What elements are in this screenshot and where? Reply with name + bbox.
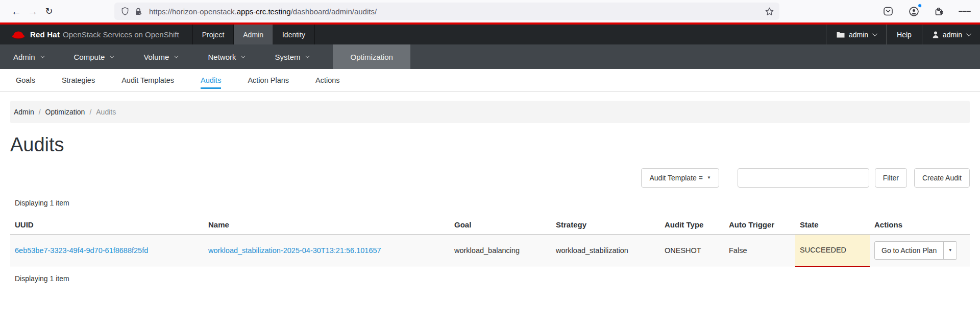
url-prefix: https://horizon-openstack. xyxy=(149,7,237,16)
subnav-actions[interactable]: Actions xyxy=(315,69,340,91)
table-row: 6eb53be7-3323-49f4-9d70-61f8688f25fd wor… xyxy=(10,235,970,266)
col-header-name: Name xyxy=(204,215,450,235)
state-badge: SUCCEEDED xyxy=(795,235,870,266)
nav-admin[interactable]: Admin xyxy=(0,44,59,69)
row-action-split-button: Go to Action Plan ▼ xyxy=(874,241,957,260)
domain-selector[interactable]: admin xyxy=(826,25,886,44)
brand-subtitle: OpenStack Services on OpenShift xyxy=(63,30,179,39)
chevron-down-icon xyxy=(175,54,179,58)
nav-network[interactable]: Network xyxy=(192,44,259,69)
pocket-icon[interactable] xyxy=(882,5,894,17)
folder-icon xyxy=(837,32,845,38)
filter-toolbar: Audit Template = ▼ Filter Create Audit xyxy=(10,168,970,188)
filter-button[interactable]: Filter xyxy=(875,168,907,188)
bookmark-star-icon[interactable] xyxy=(765,7,774,16)
col-header-uuid: UUID xyxy=(10,215,204,235)
nav-compute[interactable]: Compute xyxy=(59,44,129,69)
lock-icon[interactable] xyxy=(134,7,142,16)
menu-hamburger-icon[interactable] xyxy=(959,5,971,17)
user-menu[interactable]: admin xyxy=(922,25,980,44)
help-link[interactable]: Help xyxy=(886,25,922,44)
subnav-audit-templates[interactable]: Audit Templates xyxy=(121,69,174,91)
reload-icon[interactable]: ↻ xyxy=(41,3,57,19)
chevron-down-icon xyxy=(110,54,114,58)
nav-optimization[interactable]: Optimization xyxy=(333,44,410,69)
audit-uuid-link[interactable]: 6eb53be7-3323-49f4-9d70-61f8688f25fd xyxy=(15,246,148,255)
masthead-right: admin Help admin xyxy=(826,25,980,44)
audit-name-link[interactable]: workload_stabilization-2025-04-30T13:21:… xyxy=(208,246,381,255)
url-text: https://horizon-openstack.apps-crc.testi… xyxy=(149,7,765,16)
nav-label: System xyxy=(275,53,300,61)
filter-field-dropdown[interactable]: Audit Template = ▼ xyxy=(641,168,719,188)
col-header-actions: Actions xyxy=(870,215,970,235)
account-icon[interactable] xyxy=(908,5,920,17)
page-title: Audits xyxy=(10,133,970,156)
brand-name: Red Hat xyxy=(30,30,60,39)
browser-action-icons xyxy=(882,5,973,17)
col-header-auto-trigger: Auto Trigger xyxy=(724,215,795,235)
audit-auto-trigger: False xyxy=(724,235,795,266)
sub-nav: Goals Strategies Audit Templates Audits … xyxy=(0,69,980,91)
url-domain: apps-crc.testing xyxy=(237,7,291,16)
breadcrumb: Admin / Optimization / Audits xyxy=(10,101,970,123)
chevron-down-icon xyxy=(966,31,971,36)
audits-table: UUID Name Goal Strategy Audit Type Auto … xyxy=(10,215,970,267)
item-count-top: Displaying 1 item xyxy=(15,199,970,207)
chevron-down-icon xyxy=(40,54,44,58)
audit-strategy: workload_stabilization xyxy=(551,235,660,266)
tab-admin[interactable]: Admin xyxy=(234,25,273,44)
nav-volume[interactable]: Volume xyxy=(128,44,192,69)
forward-icon[interactable]: → xyxy=(24,3,41,19)
url-path: /dashboard/admin/audits/ xyxy=(291,7,377,16)
caret-down-icon: ▼ xyxy=(948,248,952,253)
breadcrumb-separator: / xyxy=(89,108,91,116)
subnav-action-plans[interactable]: Action Plans xyxy=(248,69,289,91)
nav-label: Optimization xyxy=(350,53,393,61)
shield-icon[interactable] xyxy=(120,7,130,16)
main-nav: Admin Compute Volume Network System Opti… xyxy=(0,44,980,69)
subnav-strategies[interactable]: Strategies xyxy=(62,69,95,91)
filter-input[interactable] xyxy=(738,168,869,188)
breadcrumb-audits: Audits xyxy=(96,108,116,116)
url-bar[interactable]: https://horizon-openstack.apps-crc.testi… xyxy=(114,3,779,20)
tab-project[interactable]: Project xyxy=(193,25,234,44)
user-icon xyxy=(933,31,939,38)
audit-type: ONESHOT xyxy=(660,235,724,266)
subnav-goals[interactable]: Goals xyxy=(16,69,35,91)
nav-label: Network xyxy=(208,53,236,61)
col-header-state: State xyxy=(795,215,870,235)
back-icon[interactable]: ← xyxy=(8,3,24,19)
nav-system[interactable]: System xyxy=(259,44,324,69)
masthead-tabs: Project Admin Identity xyxy=(192,25,315,44)
caret-down-icon: ▼ xyxy=(707,176,711,180)
table-header-row: UUID Name Goal Strategy Audit Type Auto … xyxy=(10,215,970,235)
chevron-down-icon xyxy=(872,31,877,36)
nav-label: Compute xyxy=(74,53,105,61)
tab-identity[interactable]: Identity xyxy=(273,25,315,44)
breadcrumb-optimization[interactable]: Optimization xyxy=(45,108,85,116)
filter-field-label: Audit Template = xyxy=(649,174,702,182)
subnav-audits[interactable]: Audits xyxy=(201,69,221,91)
extensions-puzzle-icon[interactable] xyxy=(933,5,945,17)
nav-label: Admin xyxy=(13,53,35,61)
redhat-logo-icon xyxy=(11,30,26,40)
chevron-down-icon xyxy=(306,54,310,58)
page-content: Admin / Optimization / Audits Audits Aud… xyxy=(0,101,980,283)
col-header-goal: Goal xyxy=(450,215,551,235)
breadcrumb-admin[interactable]: Admin xyxy=(14,108,34,116)
col-header-audit-type: Audit Type xyxy=(660,215,724,235)
go-to-action-plan-button[interactable]: Go to Action Plan xyxy=(875,242,943,259)
browser-toolbar: ← → ↻ https://horizon-openstack.apps-crc… xyxy=(0,0,980,22)
item-count-bottom: Displaying 1 item xyxy=(15,274,970,283)
breadcrumb-separator: / xyxy=(39,108,41,116)
row-action-caret[interactable]: ▼ xyxy=(943,242,957,259)
chevron-down-icon xyxy=(241,54,246,58)
notification-dot xyxy=(918,4,922,8)
create-audit-button[interactable]: Create Audit xyxy=(914,168,970,188)
user-label: admin xyxy=(943,31,962,39)
brand: Red Hat OpenStack Services on OpenShift xyxy=(0,25,192,44)
col-header-strategy: Strategy xyxy=(551,215,660,235)
domain-label: admin xyxy=(849,31,868,39)
nav-label: Volume xyxy=(143,53,169,61)
audit-goal: workload_balancing xyxy=(450,235,551,266)
